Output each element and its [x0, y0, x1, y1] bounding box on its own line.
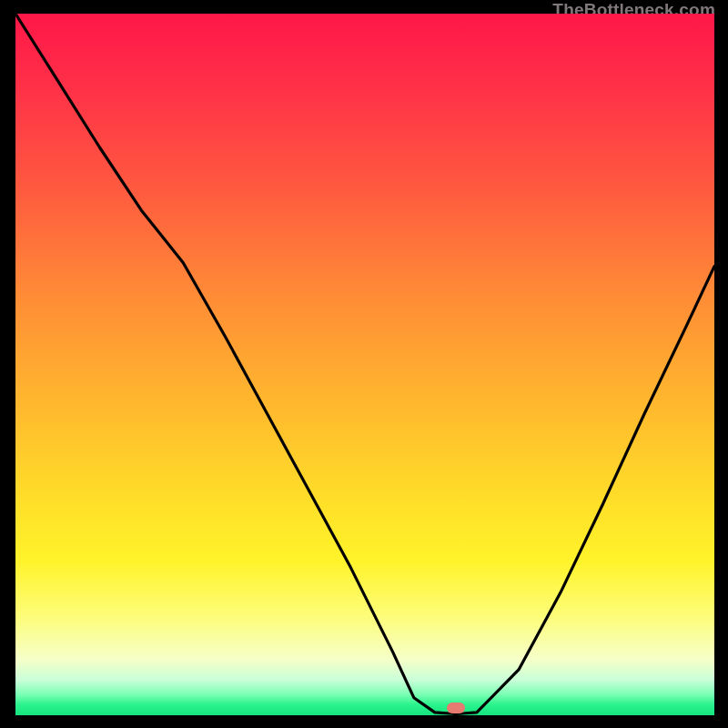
- optimal-marker: [447, 703, 465, 713]
- plot-area: [15, 14, 714, 715]
- bottleneck-curve: [15, 14, 714, 715]
- chart-frame: TheBottleneck.com: [0, 0, 728, 728]
